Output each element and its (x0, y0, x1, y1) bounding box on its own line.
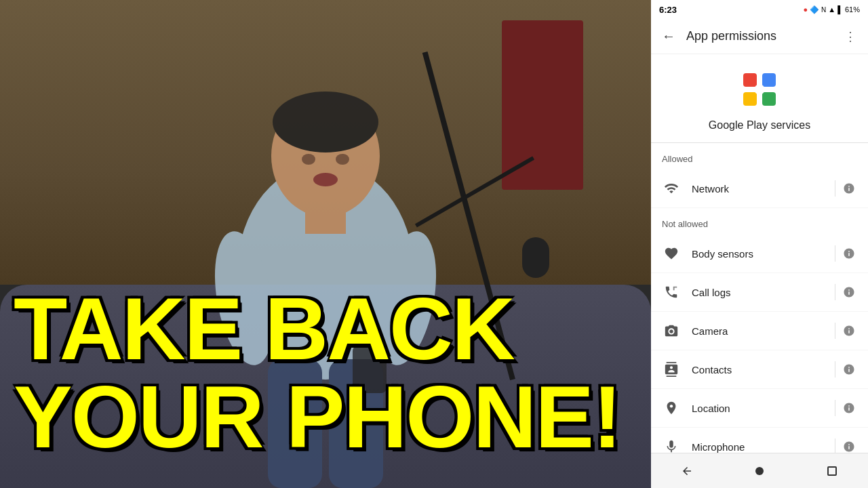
svg-point-8 (302, 154, 315, 165)
app-bar-title: App permissions (686, 29, 833, 43)
svg-point-18 (741, 87, 746, 92)
perm-divider (835, 439, 835, 453)
wifi-icon: ▲ (828, 5, 835, 14)
body-sensors-icon (662, 244, 681, 263)
svg-rect-2 (305, 207, 346, 234)
nfc-icon: N (821, 6, 826, 14)
permission-item-microphone[interactable]: Microphone (651, 428, 868, 453)
network-info-icon[interactable] (841, 180, 857, 197)
status-bar: 6:23 ● 🔷 N ▲ ▌ 61% (651, 0, 868, 19)
video-text-overlay: TAKE BACK YOUR PHONE! (14, 285, 637, 461)
camera-label: Camera (692, 325, 829, 337)
android-panel: 6:23 ● 🔷 N ▲ ▌ 61% ← App permissions ⋮ (651, 0, 868, 488)
call-logs-info-icon[interactable] (841, 284, 857, 300)
perm-divider (835, 245, 835, 262)
svg-rect-12 (743, 73, 757, 87)
more-options-button[interactable]: ⋮ (838, 24, 863, 49)
svg-rect-14 (743, 92, 757, 106)
svg-point-7 (273, 92, 378, 152)
location-label: Location (692, 403, 829, 414)
mic-head (522, 237, 549, 278)
permission-item-call-logs[interactable]: Call logs (651, 273, 868, 312)
svg-point-20 (757, 103, 762, 108)
svg-rect-16 (755, 85, 764, 94)
camera-info-icon[interactable] (841, 323, 857, 339)
call-logs-label: Call logs (692, 287, 829, 298)
contacts-icon (662, 360, 681, 379)
back-nav-button[interactable] (671, 455, 703, 487)
perm-divider (835, 180, 835, 197)
home-indicator (755, 467, 764, 475)
permission-item-camera[interactable]: Camera (651, 312, 868, 350)
camera-icon (662, 321, 681, 340)
app-bar: ← App permissions ⋮ (651, 19, 868, 54)
body-sensors-label: Body sensors (692, 248, 829, 260)
app-icon-section: Google Play services (651, 54, 868, 142)
permission-item-body-sensors[interactable]: Body sensors (651, 235, 868, 273)
microphone-info-icon[interactable] (841, 439, 857, 453)
svg-point-10 (313, 173, 338, 186)
perm-divider (835, 323, 835, 339)
perm-divider (835, 361, 835, 378)
svg-point-17 (757, 70, 762, 76)
status-icons: ● 🔷 N ▲ ▌ 61% (803, 5, 860, 14)
contacts-info-icon[interactable] (841, 361, 857, 378)
back-button[interactable]: ← (656, 24, 681, 49)
permission-item-location[interactable]: Location (651, 389, 868, 428)
location-icon (662, 399, 681, 418)
perm-divider (835, 284, 835, 300)
signal-icon: ▌ (837, 5, 843, 14)
body-sensors-info-icon[interactable] (841, 245, 857, 262)
video-panel: TAKE BACK YOUR PHONE! (0, 0, 651, 488)
recents-nav-button[interactable] (816, 455, 848, 487)
svg-rect-13 (762, 73, 776, 87)
status-time: 6:23 (659, 5, 677, 15)
contacts-label: Contacts (692, 364, 829, 375)
home-nav-button[interactable] (743, 455, 776, 487)
not-allowed-section-header: Not allowed (651, 208, 868, 235)
microphone-label: Microphone (692, 441, 829, 453)
permission-item-contacts[interactable]: Contacts (651, 350, 868, 389)
svg-point-19 (773, 87, 778, 92)
permission-item-network[interactable]: Network (651, 169, 868, 208)
record-icon: ● (803, 5, 808, 14)
svg-point-9 (336, 154, 349, 165)
headline-line2: YOUR PHONE! (14, 373, 637, 461)
bottom-nav (651, 453, 868, 488)
headline-line1: TAKE BACK (14, 285, 637, 373)
door-decoration (502, 20, 583, 190)
perm-divider (835, 400, 835, 416)
call-logs-icon (662, 283, 681, 302)
allowed-section-header: Allowed (651, 143, 868, 169)
network-label: Network (692, 183, 829, 195)
permissions-list[interactable]: Allowed Network Not allowed (651, 143, 868, 453)
network-icon (662, 179, 681, 198)
bluetooth-icon: 🔷 (810, 5, 819, 14)
battery-icon: 61% (845, 5, 860, 14)
svg-rect-15 (762, 92, 776, 106)
app-icon-image (738, 68, 781, 111)
location-info-icon[interactable] (841, 400, 857, 416)
recents-square (827, 466, 837, 476)
microphone-icon (662, 437, 681, 453)
app-name: Google Play services (709, 119, 810, 131)
